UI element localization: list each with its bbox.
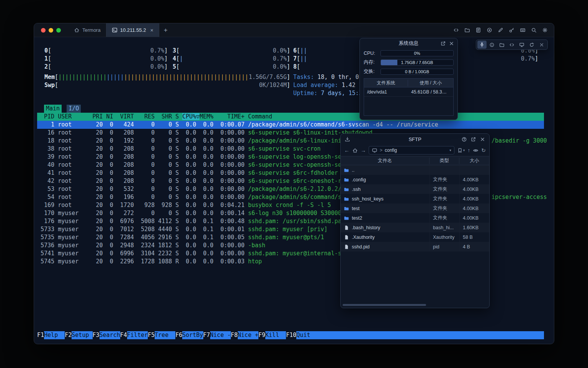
fkey-f1[interactable]: F1 [37,331,44,339]
refresh-icon[interactable] [527,41,536,49]
close-tab-icon[interactable]: × [150,27,153,33]
fkey-label-f9[interactable]: Kill [265,331,286,339]
file-row-parent[interactable]: .. [341,165,489,175]
tab-termora[interactable]: Termora [69,23,106,37]
fkey-f4[interactable]: F4 [120,331,127,339]
pin-icon[interactable] [477,41,487,49]
edit-icon [498,27,503,33]
fkey-f5[interactable]: F5 [148,331,155,339]
file-type: 文件夹 [430,194,459,204]
close-window-button[interactable] [41,28,46,33]
column-type[interactable]: 类型 [430,158,459,164]
external-icon [440,41,446,46]
fkey-label-f4[interactable]: Filter [127,331,148,339]
info-icon [489,42,495,48]
transfers-icon[interactable] [345,136,350,142]
bookmark-icon [457,148,463,153]
fkey-f6[interactable]: F6 [175,331,182,339]
key-icon[interactable] [507,26,516,35]
current-directory[interactable]: config [385,148,397,153]
refresh-button[interactable]: ↻ [481,148,486,153]
tab-session-10-211-55-2[interactable]: 10.211.55.2 × [106,23,159,37]
file-row-ssh_host_keys[interactable]: ssh_host_keys文件夹4.00KB [341,194,489,204]
load-average: Load average: 1.42 1 [293,81,363,89]
log-icon [475,27,481,33]
memory-meter: Mem[||||||||||||||||||||||||||||||||||||… [44,73,290,81]
sftp-window: SFTP ← → > config ▾ ▾ ↑ ↻ [340,133,490,308]
minimize-window-button[interactable] [49,28,53,33]
open-in-window-icon[interactable] [470,136,476,142]
file-row-sshd.pid[interactable]: sshd.pidpid4 B [341,242,489,251]
file-size: 58 B [459,232,489,242]
maximize-window-button[interactable] [56,28,61,33]
code-icon[interactable] [451,26,461,35]
file-table-header: 文件名 类型 大小 [341,156,489,165]
search-icon[interactable] [529,26,538,35]
fkey-label-f10[interactable]: Quit [296,331,317,339]
file-row-.config[interactable]: .config文件夹4.00KB [341,175,489,184]
fkey-f8[interactable]: F8 [231,331,238,339]
fkey-label-f2[interactable]: Setup [72,331,92,339]
external-icon [470,136,476,142]
upload-button[interactable]: ↑ [467,148,470,153]
file-type: 文件夹 [430,213,459,223]
settings-icon[interactable] [540,26,549,35]
column-filename[interactable]: 文件名 [341,158,430,164]
bookmarks-button[interactable]: ▾ [457,148,465,153]
new-tab-button[interactable]: + [159,23,172,37]
file-row-test[interactable]: test文件夹4.00KB [341,204,489,213]
log-icon[interactable] [474,26,483,35]
file-row-test2[interactable]: test2文件夹4.00KB [341,213,489,223]
fkey-f9[interactable]: F9 [258,331,265,339]
show-hidden-icon[interactable] [473,148,479,153]
process-table-header[interactable]: PID USER PRI NI VIRT RES SHR S CPU%▽MEM%… [37,113,544,121]
sort-column-cpu[interactable]: CPU%▽ [182,113,199,120]
column-size[interactable]: 大小 [459,158,489,164]
close-panel-icon[interactable] [449,41,454,46]
htop-tab-main[interactable]: Main [44,105,62,113]
file-row-.Xauthority[interactable]: .XauthorityXauthority58 B [341,232,489,242]
info-icon[interactable] [487,41,497,49]
close-sftp-icon[interactable] [480,136,485,142]
file-name: sshd.pid [352,244,370,250]
fkey-label-f5[interactable]: Tree [155,331,175,339]
fkey-f10[interactable]: F10 [286,331,296,339]
path-breadcrumb[interactable]: > config ▾ [369,146,454,154]
macro-icon[interactable] [518,26,527,35]
file-row-.ssh[interactable]: .ssh文件夹4.00KB [341,184,489,194]
record-icon[interactable] [485,26,494,35]
htop-tab-io[interactable]: I/O [67,105,81,113]
cpu-usage-row: CPU: 0% [360,49,457,58]
folder-icon[interactable] [497,41,506,49]
fkey-label-f1[interactable]: Help [44,331,65,339]
help-icon[interactable] [461,136,467,142]
file-size: 4.00KB [459,213,489,223]
fkey-f7[interactable]: F7 [203,331,210,339]
fkey-f2[interactable]: F2 [65,331,72,339]
display-icon[interactable] [517,41,526,49]
edit-icon[interactable] [496,26,505,35]
swap-usage-bar: 0 B / 1.00GB [381,69,454,75]
filesystem-row[interactable]: /dev/vda1 45.61GB / 58.3… [364,87,453,97]
path-dropdown-icon[interactable]: ▾ [449,148,451,152]
process-row-1[interactable]: 1 root 20 0 424 0 0 S 0.0 0.0 0:00.07 /p… [37,121,544,129]
refresh-icon [529,42,534,48]
forward-button[interactable]: → [361,148,366,153]
folder-icon[interactable] [462,26,472,35]
code-icon[interactable] [507,41,516,49]
home-icon [74,27,80,33]
close-icon[interactable] [537,41,546,49]
fkey-label-f6[interactable]: SortBy [182,331,203,339]
fkey-label-f3[interactable]: Search [100,331,120,339]
home-button[interactable] [352,148,358,153]
fkey-f3[interactable]: F3 [93,331,100,339]
system-info-panel: 系统信息 CPU: 0% 内存: 1.75GB / 7.65GB 交换: 0 B… [359,38,458,120]
fkey-label-f8[interactable]: Nice + [238,331,258,339]
open-in-window-icon[interactable] [440,41,446,46]
horizontal-scrollbar[interactable] [343,304,426,306]
back-button[interactable]: ← [344,148,350,153]
window-controls [34,23,69,37]
file-size: 4.00KB [459,204,489,213]
fkey-label-f7[interactable]: Nice - [210,331,231,339]
file-row-.bash_history[interactable]: .bash_historybash_hi...1.60KB [341,223,489,232]
